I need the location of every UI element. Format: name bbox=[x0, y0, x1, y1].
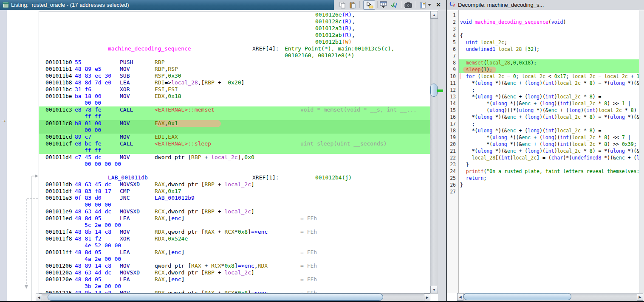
hscroll-thumb[interactable] bbox=[463, 293, 571, 300]
scroll-left-button[interactable]: ◀ bbox=[36, 294, 42, 301]
listing-row[interactable]: 001011b448 83 ec 30SUBRSP,0x30 bbox=[39, 73, 430, 79]
code-text: long bbox=[542, 141, 554, 147]
listing-close-icon[interactable]: ✕ bbox=[434, 1, 443, 9]
decompiler-line[interactable]: } bbox=[460, 182, 639, 188]
code-text: * bbox=[596, 141, 604, 147]
decompiler-line[interactable]: undefined1 local_28 [32]; bbox=[460, 46, 639, 53]
listing-row[interactable]: 001011bc31 f6XORESI,ESI bbox=[39, 86, 430, 93]
listing-view[interactable]: 0010126e(R),0010128c(R),001012a3(R),0010… bbox=[39, 11, 430, 294]
decompiler-line[interactable]: *(ulong *)(&enc + (long)(int)local_2c * … bbox=[460, 141, 639, 148]
vscroll-thumb[interactable] bbox=[430, 84, 438, 97]
report-icon[interactable] bbox=[418, 1, 427, 9]
decompiler-line[interactable]: local_28[(int)local_2c] = (char)*(undefi… bbox=[460, 154, 639, 161]
decompiler-line[interactable]: sleep(1); bbox=[460, 66, 639, 73]
listing-row[interactable]: 001011f448 8b 14 c8MOVRDX,qword ptr [RAX… bbox=[39, 229, 430, 235]
listing-row[interactable]: 001011ed48 8d 05LEARAX,[enc]= FEh bbox=[39, 215, 430, 222]
decompiler-line[interactable]: ; bbox=[460, 120, 639, 127]
decompiler-line[interactable]: *(ulong *)(&enc + (long)(int)local_2c * … bbox=[460, 114, 639, 120]
decompiler-line[interactable] bbox=[460, 25, 639, 32]
decompiler-line[interactable]: return; bbox=[460, 175, 639, 182]
scroll-right-button[interactable]: ▶ bbox=[637, 293, 643, 301]
selection-tool-button[interactable] bbox=[363, 0, 375, 10]
listing-row[interactable]: 0010120a48 63 4d dcMOVSXDRCX,dword ptr [… bbox=[39, 269, 430, 276]
listing-row[interactable]: 4a 2e 00 00 bbox=[39, 256, 430, 263]
scroll-left-button[interactable]: ◀ bbox=[457, 293, 463, 301]
apply-diff-icon[interactable] bbox=[390, 1, 398, 9]
copy-icon[interactable] bbox=[338, 1, 347, 9]
listing-row[interactable]: 001011cd89 c7MOVEDI,EAX bbox=[39, 134, 430, 140]
listing-row[interactable]: 4e 52 00 00 bbox=[39, 242, 430, 249]
listing-row[interactable]: 001011d4c7 45 dcMOVdword ptr [RBP + loca… bbox=[39, 154, 430, 161]
decompiler-line[interactable]: for (local_2c = 0; local_2c < 0x17; loca… bbox=[460, 73, 639, 80]
listing-row[interactable]: 001011b055PUSHRBP bbox=[39, 59, 430, 66]
decompiler-line[interactable]: } bbox=[460, 161, 639, 168]
decompiler-vscrollbar[interactable] bbox=[639, 10, 644, 302]
scroll-down-button[interactable]: ▼ bbox=[430, 286, 438, 294]
listing-row[interactable]: 001011e30f 83 d0JNCLAB_001012b9 bbox=[39, 195, 430, 201]
listing-row[interactable]: 0010121548 8b 14 c8MOVRDX,qword ptr [RAX… bbox=[39, 290, 430, 294]
scroll-up-button[interactable]: ▲ bbox=[430, 11, 438, 19]
code-text: } bbox=[460, 182, 463, 188]
listing-row[interactable]: 0010120648 89 14 c8MOVqword ptr [RAX + R… bbox=[39, 263, 430, 269]
code-text: 00102160, 001021e8(*) bbox=[285, 52, 354, 59]
listing-row[interactable]: LAB_001011dbXREF[1]:001012b4(j) bbox=[39, 174, 430, 181]
listing-row[interactable]: 001012b1(W) bbox=[39, 39, 430, 45]
listing-row[interactable]: 001012ab(R), bbox=[39, 32, 430, 39]
listing-row[interactable]: 0010120e48 8d 05LEARAX,[enc]= FEh bbox=[39, 276, 430, 283]
listing-row[interactable]: 001011b148 89 e5MOVRBP,RSP bbox=[39, 66, 430, 73]
listing-row[interactable]: 00 00 bbox=[39, 127, 430, 134]
decompiler-code-view[interactable]: void machine_decoding_sequence(void){ ui… bbox=[459, 10, 639, 293]
decompiler-line[interactable]: uint local_2c; bbox=[460, 39, 639, 46]
report-dropdown-icon[interactable] bbox=[427, 1, 432, 9]
listing-row[interactable]: 001011b848 8d 7d e0LEARDI=>local_28,[RBP… bbox=[39, 79, 430, 86]
listing-row[interactable]: machine_decoding_sequenceXREF[4]:Entry P… bbox=[39, 45, 430, 52]
decompiler-line[interactable]: { bbox=[460, 32, 639, 39]
table-arrow-icon[interactable] bbox=[379, 1, 388, 9]
listing-titlebar[interactable]: Listing: rusted_oracle - (17 addresses s… bbox=[0, 0, 334, 10]
listing-row[interactable]: 0010126e(R), bbox=[39, 11, 430, 18]
listing-row[interactable]: 00 00 00 00 bbox=[39, 161, 430, 168]
listing-row[interactable]: 001011db48 63 45 dcMOVSXDRAX,dword ptr [… bbox=[39, 181, 430, 188]
code-text: memset bbox=[466, 60, 484, 66]
decompiler-line[interactable]: *(ulong *)(&enc + (long)(int)local_2c * … bbox=[460, 100, 639, 107]
listing-row[interactable]: 001011df48 83 f8 17CMPRAX,0x17 bbox=[39, 188, 430, 195]
listing-row[interactable]: 0010128c(R), bbox=[39, 18, 430, 25]
decompiler-line[interactable]: (ulong)((*(ulong *)(&enc + (long)(int)lo… bbox=[460, 107, 639, 114]
listing-row[interactable]: 001011beba 18 00MOVEDX,0x18 bbox=[39, 93, 430, 100]
decompiler-line[interactable]: *(ulong *)(&enc + (long)(int)local_2c * … bbox=[460, 148, 639, 154]
code-text bbox=[478, 39, 481, 45]
hscroll-thumb[interactable] bbox=[48, 294, 383, 301]
listing-row[interactable]: 001011e948 63 4d dcMOVSXDRCX,dword ptr [… bbox=[39, 208, 430, 215]
snapshot-camera-icon[interactable] bbox=[404, 1, 412, 9]
listing-row[interactable] bbox=[39, 168, 430, 174]
decompiler-line[interactable] bbox=[460, 12, 639, 19]
decompiler-line[interactable] bbox=[460, 53, 639, 59]
code-text: ; bbox=[460, 121, 475, 127]
decompiler-line[interactable]: printf("On a rusted plate, faint letters… bbox=[460, 168, 639, 175]
listing-row[interactable]: 5c 2e 00 00 bbox=[39, 222, 430, 229]
decompiler-line[interactable]: *(ulong *)(&enc + (long)(int)local_2c * … bbox=[460, 93, 639, 100]
listing-row[interactable]: 00 00 00 bbox=[39, 201, 430, 208]
decompiler-line[interactable]: ; bbox=[460, 87, 639, 93]
listing-row[interactable]: 00 00 bbox=[39, 100, 430, 106]
listing-row[interactable]: 3b 2e 00 00 bbox=[39, 283, 430, 290]
listing-row[interactable]: 001012a3(R), bbox=[39, 25, 430, 32]
decompiler-line[interactable]: void machine_decoding_sequence(void) bbox=[460, 19, 639, 25]
decompiler-line[interactable]: *(ulong *)(&enc + (long)(int)local_2c * … bbox=[460, 134, 639, 141]
decompiler-line[interactable]: *(ulong *)(&enc + (long)(int)local_2c * … bbox=[460, 127, 639, 134]
code-text: enc bbox=[522, 134, 531, 140]
listing-row[interactable]: 00102160, 001021e8(*) bbox=[39, 52, 430, 59]
paste-icon[interactable] bbox=[348, 1, 357, 9]
decompiler-line[interactable]: memset(local_28,0,0x18); bbox=[460, 59, 639, 66]
code-text: EDI bbox=[155, 134, 164, 140]
listing-row[interactable]: 001011c3e8 78 feCALL<EXTERNAL>::memsetvo… bbox=[39, 106, 430, 113]
listing-row[interactable]: ff ff bbox=[39, 113, 430, 120]
listing-row[interactable]: 001011ff48 8d 05LEARAX,[enc]= FEh bbox=[39, 249, 430, 256]
scroll-right-button[interactable]: ▶ bbox=[424, 294, 430, 301]
listing-row[interactable]: 001011f848 81 f2XORRDX,0x524e bbox=[39, 235, 430, 242]
listing-row[interactable]: 001011c8b8 01 00MOVEAX,0x1 bbox=[39, 120, 430, 127]
listing-row[interactable]: ff ff bbox=[39, 147, 430, 154]
decompiler-line[interactable] bbox=[460, 188, 639, 195]
listing-row[interactable]: 001011cfe8 bc feCALL<EXTERNAL>::sleepuin… bbox=[39, 140, 430, 147]
decompiler-line[interactable]: *(ulong *)(&enc + (long)(int)local_2c * … bbox=[460, 80, 639, 87]
